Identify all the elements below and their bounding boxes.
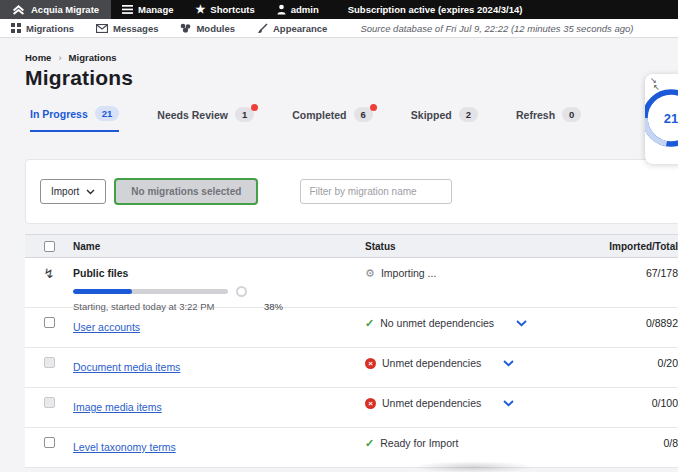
status-label: Importing ... — [381, 267, 436, 279]
progress-donut-widget: ↘↖ 21 — [645, 74, 678, 164]
top-toolbar: Acquia Migrate Manage ★ Shortcuts admin … — [0, 0, 678, 19]
progress-fill — [73, 289, 132, 294]
donut-count: 21 — [664, 111, 678, 126]
check-icon: ✓ — [365, 318, 374, 329]
tab-label: Needs Review — [157, 109, 228, 121]
grid-icon — [11, 23, 21, 33]
row-checkbox[interactable] — [44, 317, 55, 328]
progress-percent: 38% — [264, 301, 283, 312]
modules-menu-item[interactable]: Modules — [169, 23, 246, 34]
imported-total-value: 0/100 — [557, 397, 678, 409]
tab-count-badge: 21 — [95, 106, 120, 121]
imported-total-value: 0/8 — [557, 437, 678, 449]
select-all-checkbox[interactable] — [44, 241, 55, 252]
column-header-name: Name — [73, 241, 365, 252]
acquia-logo-icon — [12, 4, 25, 16]
manage-label: Manage — [138, 4, 173, 15]
appearance-menu-item[interactable]: Appearance — [246, 23, 338, 34]
imported-total-value: 0/20 — [557, 357, 678, 369]
imported-total-value: 67/178 — [557, 267, 678, 279]
appearance-menu-label: Appearance — [273, 23, 327, 34]
migration-name-link[interactable]: Document media items — [73, 361, 180, 373]
table-row: Document media items × Unmet dependencie… — [25, 348, 678, 388]
expand-chevron-icon[interactable] — [516, 320, 527, 327]
modules-menu-label: Modules — [196, 23, 235, 34]
expand-chevron-icon[interactable] — [503, 400, 514, 407]
migrations-table: Name Status Imported/Total ↯ Public file… — [25, 234, 678, 468]
tab-label: Completed — [292, 109, 346, 121]
table-row: ↯ Public files Starting, started today a… — [25, 258, 678, 308]
chevron-down-icon — [86, 189, 95, 195]
acquia-migrate-label: Acquia Migrate — [31, 4, 99, 15]
breadcrumb-separator: › — [58, 52, 61, 63]
paintbrush-icon — [257, 23, 268, 34]
tab-count-badge: 2 — [459, 107, 478, 122]
user-menu[interactable]: admin — [266, 0, 330, 19]
column-header-imported: Imported/Total — [557, 241, 678, 252]
row-checkbox[interactable] — [44, 437, 55, 448]
hamburger-icon — [122, 5, 133, 14]
user-label: admin — [291, 4, 319, 15]
migration-filter-input[interactable] — [300, 179, 452, 204]
tab-label: Skipped — [411, 109, 452, 121]
page-title: Migrations — [25, 66, 678, 90]
no-migrations-selected-button[interactable]: No migrations selected — [114, 178, 258, 205]
breadcrumb-home[interactable]: Home — [25, 52, 51, 63]
user-icon — [277, 4, 286, 15]
status-label: Unmet dependencies — [382, 397, 481, 409]
import-label: Import — [51, 186, 79, 197]
spinner-icon — [236, 286, 247, 297]
import-dropdown-button[interactable]: Import — [40, 179, 106, 204]
progress-bar — [73, 289, 228, 294]
app-window: Acquia Migrate Manage ★ Shortcuts admin … — [0, 0, 678, 472]
tab-label: Refresh — [516, 109, 555, 121]
breadcrumb: Home › Migrations — [25, 52, 678, 63]
progress-caption: Starting, started today at 3:22 PM — [73, 301, 215, 312]
status-label: No unmet dependencies — [380, 317, 494, 329]
tab-in-progress[interactable]: In Progress 21 — [30, 106, 119, 132]
tab-skipped[interactable]: Skipped 2 — [411, 106, 478, 132]
shortcuts-label: Shortcuts — [210, 4, 254, 15]
imported-total-value: 0/8892 — [557, 317, 678, 329]
tab-bar: In Progress 21 Needs Review 1 Completed … — [30, 106, 678, 132]
table-row: Image media items × Unmet dependencies 0… — [25, 388, 678, 428]
status-label: Unmet dependencies — [382, 357, 481, 369]
table-row: User accounts ✓ No unmet dependencies 0/… — [25, 308, 678, 348]
shortcuts-menu[interactable]: ★ Shortcuts — [184, 0, 265, 19]
migrations-menu-item[interactable]: Migrations — [0, 23, 85, 34]
admin-toolbar: Migrations Messages Modules Appearance — [0, 19, 678, 38]
messages-menu-item[interactable]: Messages — [85, 23, 169, 34]
migration-name-link[interactable]: Image media items — [73, 401, 162, 413]
tab-needs-review[interactable]: Needs Review 1 — [157, 106, 254, 132]
migration-name: Public files — [73, 267, 365, 279]
gear-icon: ⚙ — [365, 268, 375, 279]
modules-icon — [180, 23, 191, 33]
table-header: Name Status Imported/Total — [25, 234, 678, 258]
tab-count-badge: 1 — [235, 107, 254, 122]
row-checkbox — [44, 357, 55, 368]
expand-chevron-icon[interactable] — [503, 360, 514, 367]
migration-name-link[interactable]: Level taxonomy terms — [73, 441, 176, 453]
tab-refresh[interactable]: Refresh 0 — [516, 106, 581, 132]
migration-name-link[interactable]: User accounts — [73, 321, 140, 333]
error-icon: × — [365, 398, 376, 409]
status-label: Ready for Import — [380, 437, 458, 449]
tab-completed[interactable]: Completed 6 — [292, 106, 373, 132]
star-icon: ★ — [195, 4, 205, 15]
breadcrumb-current: Migrations — [69, 52, 117, 63]
tab-label: In Progress — [30, 108, 88, 120]
subscription-status: Subscription active (expires 2024/3/14) — [348, 0, 523, 19]
row-checkbox — [44, 397, 55, 408]
source-database-note: Source database of Fri Jul 9, 22:22 (12 … — [360, 23, 633, 34]
migrations-menu-label: Migrations — [26, 23, 74, 34]
tab-count-badge: 6 — [354, 107, 373, 122]
messages-menu-label: Messages — [113, 23, 158, 34]
column-header-status: Status — [365, 241, 557, 252]
table-row: Level taxonomy terms ✓ Ready for Import … — [25, 428, 678, 468]
actions-panel: Import No migrations selected — [25, 159, 678, 224]
tab-count-badge: 0 — [562, 107, 581, 122]
envelope-icon — [96, 24, 108, 33]
check-icon: ✓ — [365, 438, 374, 449]
manage-menu[interactable]: Manage — [111, 0, 184, 19]
acquia-migrate-menu[interactable]: Acquia Migrate — [0, 0, 111, 19]
